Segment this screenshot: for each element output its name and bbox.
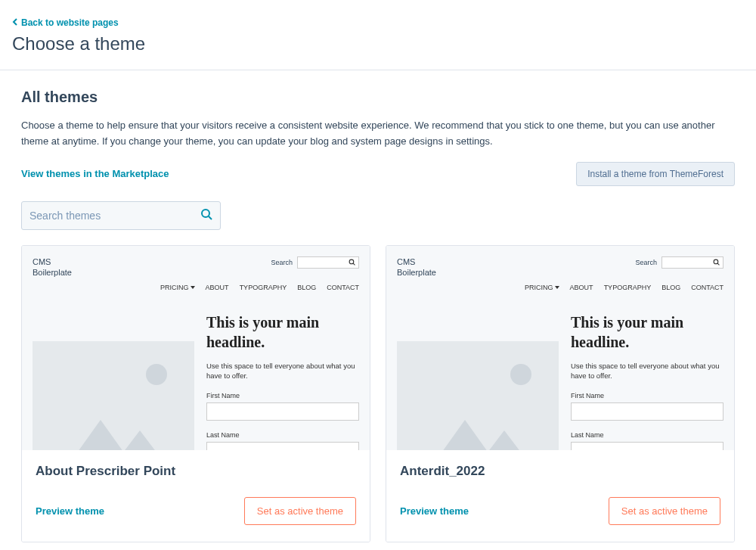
theme-preview: CMS Boilerplate Search PRICING ABOUT TYP… (22, 246, 370, 450)
preview-last-name-field (206, 442, 359, 450)
install-themeforest-button[interactable]: Install a theme from ThemeForest (576, 162, 735, 186)
svg-line-5 (717, 263, 719, 265)
preview-search: Search (271, 256, 359, 269)
preview-last-name-field (571, 442, 723, 450)
svg-point-2 (349, 259, 354, 264)
theme-card: CMS Boilerplate Search PRICING ABOUT TYP… (21, 245, 370, 542)
theme-grid: CMS Boilerplate Search PRICING ABOUT TYP… (21, 245, 735, 550)
preview-theme-link[interactable]: Preview theme (36, 505, 104, 517)
preview-sub: Use this space to tell everyone about wh… (571, 361, 723, 381)
svg-point-4 (714, 259, 718, 264)
theme-preview: CMS Boilerplate Search PRICING ABOUT TYP… (386, 246, 734, 450)
preview-logo: CMS Boilerplate (33, 256, 72, 278)
search-icon (713, 259, 720, 266)
caret-down-icon (191, 286, 195, 289)
marketplace-link[interactable]: View themes in the Marketplace (21, 168, 169, 179)
theme-card: CMS Boilerplate Search PRICING ABOUT TYP… (386, 245, 735, 542)
svg-line-3 (353, 263, 355, 265)
preview-theme-link[interactable]: Preview theme (400, 505, 469, 517)
svg-point-0 (202, 210, 209, 217)
preview-search-box (662, 256, 723, 269)
chevron-left-icon (12, 17, 18, 28)
section-description: Choose a theme to help ensure that your … (21, 118, 735, 150)
preview-first-name-field (571, 402, 723, 421)
set-active-theme-button[interactable]: Set as active theme (244, 497, 356, 525)
caret-down-icon (555, 286, 559, 289)
preview-headline: This is your main headline. (571, 312, 723, 352)
search-input[interactable] (29, 210, 200, 222)
preview-logo: CMS Boilerplate (397, 256, 436, 278)
back-link[interactable]: Back to website pages (12, 17, 119, 28)
preview-sub: Use this space to tell everyone about wh… (206, 361, 359, 381)
search-icon (349, 259, 355, 266)
preview-nav: PRICING ABOUT TYPOGRAPHY BLOG CONTACT (397, 284, 723, 291)
theme-title: About Prescriber Point (36, 464, 356, 479)
search-wrapper[interactable] (21, 201, 221, 230)
section-title: All themes (21, 89, 735, 106)
svg-line-1 (209, 216, 212, 219)
set-active-theme-button[interactable]: Set as active theme (609, 497, 720, 525)
image-placeholder-icon (397, 341, 559, 449)
page-title: Choose a theme (12, 33, 744, 54)
preview-nav: PRICING ABOUT TYPOGRAPHY BLOG CONTACT (33, 284, 359, 291)
preview-search-box (297, 256, 359, 269)
preview-headline: This is your main headline. (206, 312, 359, 352)
theme-title: Anterdit_2022 (400, 464, 720, 479)
preview-first-name-field (206, 402, 359, 421)
back-link-label: Back to website pages (21, 17, 119, 28)
search-icon (200, 208, 212, 223)
image-placeholder-icon (33, 341, 194, 449)
preview-search: Search (635, 256, 723, 269)
